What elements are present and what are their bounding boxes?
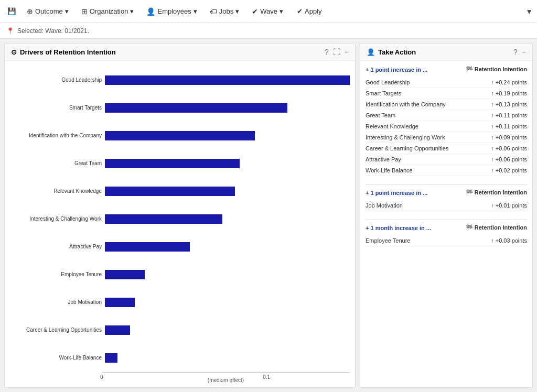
bar-label: Employee Tenure [10,271,102,277]
up-arrow-icon: ↑ [491,123,494,129]
left-panel-header: ⊙ Drivers of Retention Intention ? ⛶ − [5,43,355,61]
bar-label: Smart Targets [10,105,102,111]
action-row-value: ↑+0.02 points [491,167,527,173]
action-row-points: +0.19 points [496,90,527,96]
action-row-value: ↑+0.13 points [491,101,527,107]
bar [105,298,135,307]
bar-label: Interesting & Challenging Work [10,216,102,222]
bar-row: Career & Learning Opportunities [10,323,350,337]
action-row-points: +0.13 points [496,101,527,107]
action-row-points: +0.03 points [496,237,527,244]
bar-container [105,187,350,196]
action-row-value: ↑+0.11 points [491,112,527,118]
left-panel: ⊙ Drivers of Retention Intention ? ⛶ − G… [4,43,356,388]
jobs-icon: 🏷 [210,7,217,16]
apply-label: Apply [305,7,322,15]
action-section-3: + 1 month increase in ... 🏁 Retention In… [366,224,527,246]
left-panel-minimize-button[interactable]: − [345,48,349,56]
action-row-label: Smart Targets [366,90,401,96]
bar-container [105,298,350,307]
bar [105,353,117,363]
bar-label: Work-Life Balance [10,355,102,361]
action-row: Good Leadership↑+0.24 points [366,77,527,88]
x-axis-label-0: 0 [100,374,103,380]
action-row-label: Interesting & Challenging Work [366,134,445,140]
left-panel-title: ⊙ Drivers of Retention Intention [11,48,116,56]
action-section-2: + 1 point increase in ... 🏁 Retention In… [366,189,527,211]
save-button[interactable]: 💾 [4,4,19,18]
filter-icon[interactable]: ▼ [525,7,533,16]
action-section-1-header-left: + 1 point increase in ... [366,67,427,73]
action-row-value: ↑+0.09 points [491,134,527,140]
left-panel-expand-button[interactable]: ⛶ [333,48,340,56]
nav-employees-label: Employees [157,7,191,15]
divider-1 [366,184,527,185]
up-arrow-icon: ↑ [491,112,494,118]
action-row-label: Great Team [366,112,395,118]
left-panel-help-button[interactable]: ? [325,48,329,56]
outcome-icon: ⊕ [27,7,33,16]
action-row-value: ↑+0.06 points [491,145,527,151]
bar [105,214,222,224]
nav-outcome[interactable]: ⊕ Outcome ▾ [22,4,74,19]
action-row-label: Good Leadership [366,79,410,85]
action-row-label: Job Motivation [366,202,403,209]
action-section-1-rows: Good Leadership↑+0.24 pointsSmart Target… [366,77,527,176]
action-row-value: ↑+0.19 points [491,90,527,96]
action-row-points: +0.09 points [496,134,527,140]
bar-label: Job Motivation [10,299,102,305]
nav-organization-label: Organization [90,7,128,15]
bar-container [105,353,350,363]
divider-2 [366,220,527,220]
take-action-content: + 1 point increase in ... 🏁 Retention In… [360,61,532,387]
bar-row: Attractive Pay [10,239,350,254]
action-row-points: +0.24 points [496,79,527,85]
action-section-3-header-right: 🏁 Retention Intention [466,224,527,231]
bar-row: Interesting & Challenging Work [10,212,350,226]
action-row-points: +0.11 points [496,112,527,118]
action-row: Work-Life Balance↑+0.02 points [366,165,527,176]
up-arrow-icon: ↑ [491,237,494,244]
bar [105,103,287,113]
bar-row: Smart Targets [10,101,350,115]
up-arrow-icon: ↑ [491,156,494,162]
up-arrow-icon: ↑ [491,79,494,85]
bar-label: Great Team [10,160,102,166]
wave-chevron: ▾ [280,7,283,15]
left-panel-controls: ? ⛶ − [325,48,349,56]
wave-bar: 📍 Selected: Wave: 01/2021. [0,23,537,39]
action-row-points: +0.02 points [496,167,527,173]
bar-row: Relevant Knowledge [10,184,350,199]
up-arrow-icon: ↑ [491,145,494,151]
bar-container [105,214,350,224]
nav-wave-label: Wave [260,7,277,15]
right-panel-minimize-button[interactable]: − [522,48,526,56]
bar-container [105,270,350,279]
outcome-chevron: ▾ [65,7,69,15]
action-row: Great Team↑+0.11 points [366,110,527,121]
bar-label: Identification with the Company [10,133,102,138]
bar-container [105,242,350,252]
nav-organization[interactable]: ⊞ Organization ▾ [76,4,139,19]
x-axis-caption: (medium effect) [102,377,350,383]
action-row: Job Motivation↑+0.01 points [366,200,527,211]
save-icon: 💾 [7,7,16,15]
bar-row: Good Leadership [10,73,350,88]
bar-container [105,75,350,85]
right-panel-help-button[interactable]: ? [513,48,518,56]
action-row-value: ↑+0.01 points [491,202,527,209]
right-panel: 👤 Take Action ? − + 1 point increase in … [360,43,533,388]
bar [105,75,350,85]
nav-jobs-label: Jobs [219,7,233,15]
action-section-3-header-left: + 1 month increase in ... [366,225,431,231]
apply-button[interactable]: ✔ Apply [291,4,328,18]
nav-employees[interactable]: 👤 Employees ▾ [141,4,202,19]
nav-jobs[interactable]: 🏷 Jobs ▾ [205,4,244,19]
up-arrow-icon: ↑ [491,202,494,209]
wave-bar-text: Selected: Wave: 01/2021. [17,27,89,35]
nav-wave[interactable]: ✔ Wave ▾ [246,4,288,19]
up-arrow-icon: ↑ [491,134,494,140]
action-row-label: Attractive Pay [366,156,401,162]
action-row-value: ↑+0.11 points [491,123,527,129]
bar-container [105,103,350,113]
